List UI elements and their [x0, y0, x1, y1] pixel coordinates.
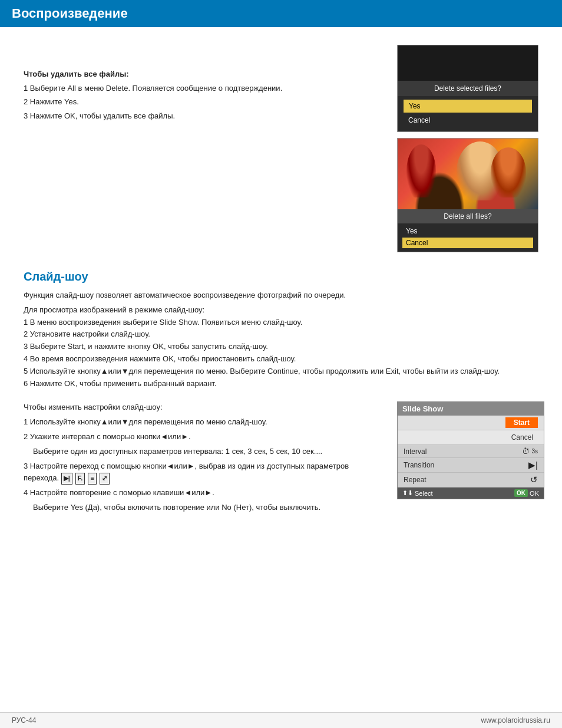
slideshow-step-2: 2 Установите настройки слайд-шоу. [24, 328, 544, 341]
footer-website: www.polaroidrussia.ru [481, 716, 550, 724]
delete-step-2: 2 Нажмите Yes. [24, 96, 385, 108]
delete-text: Чтобы удалить все файлы: 1 Выберите All … [24, 45, 385, 252]
interval-label: Interval [404, 447, 427, 456]
slideshow-steps-intro: Для просмотра изображений в режиме слайд… [24, 304, 544, 317]
slideshow-menu: Slide Show Start Cancel Interval ⏱ [397, 401, 544, 499]
slideshow-step-1: 1 В меню воспроизведения выберите Slide … [24, 317, 544, 329]
footer-select: ⬆⬇ Select [402, 489, 433, 497]
menu-footer: ⬆⬇ Select OK OK [398, 487, 544, 499]
transition-icon: ▶| [528, 460, 538, 470]
menu-start-row: Start [398, 416, 544, 430]
slideshow-widget: Slide Show Start Cancel Interval ⏱ [397, 401, 544, 516]
slideshow-settings-text: Чтобы изменить настройки слайд-шоу: 1 Ис… [24, 401, 385, 516]
slideshow-step-4: 4 Во время воспроизведения нажмите OK, ч… [24, 353, 544, 365]
slideshow-title: Слайд-шоу [24, 270, 544, 284]
dialog-yes-btn-2[interactable]: Yes [402, 226, 533, 236]
transition-value: ▶| [528, 460, 538, 470]
ok-badge: OK [514, 489, 528, 497]
ok-label: OK [530, 490, 539, 497]
repeat-icon: ↺ [530, 475, 538, 485]
footer-page-number: РУС-44 [12, 716, 36, 724]
dialog-black-area [398, 45, 538, 81]
slideshow-intro: Функция слайд-шоу позволяет автоматическ… [24, 289, 544, 302]
delete-section: Чтобы удалить все файлы: 1 Выберите All … [24, 45, 544, 252]
select-arrows-icon: ⬆⬇ [402, 489, 413, 497]
dialog-buttons-1: Yes Cancel [398, 96, 538, 131]
repeat-label: Repeat [404, 476, 427, 484]
slideshow-step-3: 3 Выберите Start, и нажмите кнопку OK, ч… [24, 341, 544, 353]
menu-repeat-row: Repeat ↺ [398, 473, 544, 487]
slideshow-step-5: 5 Используйте кнопку▲или▼для перемещения… [24, 365, 544, 378]
settings-step-2b: Выберите один из доступных параметров ин… [24, 446, 385, 458]
dialog-cancel-btn-2[interactable]: Cancel [402, 238, 533, 248]
page-header: Воспроизведение [0, 0, 562, 27]
interval-icon: ⏱ [522, 447, 530, 456]
menu-interval-row: Interval ⏱ 3s [398, 445, 544, 458]
menu-cancel-row: Cancel [398, 430, 544, 445]
dialog-message-2: Delete all files? [398, 209, 538, 223]
delete-heading: Чтобы удалить все файлы: [24, 68, 385, 80]
menu-transition-row: Transition ▶| [398, 458, 544, 473]
dialog-message-1: Delete selected files? [398, 81, 538, 96]
delete-step-1: 1 Выберите All в меню Delete. Появляется… [24, 83, 385, 94]
slideshow-section: Слайд-шоу Функция слайд-шоу позволяет ав… [24, 270, 544, 516]
repeat-value: ↺ [530, 475, 538, 485]
delete-images: Delete selected files? Yes Cancel Delete… [397, 45, 544, 252]
interval-time: 3s [531, 448, 538, 454]
dialog-cancel-btn-1[interactable]: Cancel [404, 114, 532, 126]
dialog-all-files: Delete all files? Yes Cancel [397, 138, 538, 252]
slideshow-step-6: 6 Нажмите OK, чтобы применить выбранный … [24, 378, 544, 390]
page-footer: РУС-44 www.polaroidrussia.ru [0, 712, 562, 728]
dialog-yes-btn-1[interactable]: Yes [404, 100, 532, 113]
settings-step-1: 1 Используйте кнопку▲или▼для перемещения… [24, 416, 385, 429]
slideshow-settings-content: Чтобы изменить настройки слайд-шоу: 1 Ис… [24, 401, 544, 516]
start-button[interactable]: Start [505, 417, 538, 428]
settings-step-3: 3 Настройте переход с помощью кнопки◄или… [24, 460, 385, 485]
settings-step-4: 4 Настройте повторение с поморью клавиши… [24, 487, 385, 499]
footer-ok: OK OK [514, 489, 539, 497]
photo-background [398, 139, 538, 209]
dialog-selected-files: Delete selected files? Yes Cancel [397, 45, 538, 132]
settings-heading: Чтобы изменить настройки слайд-шоу: [24, 401, 385, 414]
select-label: Select [415, 490, 433, 497]
cancel-label: Cancel [507, 432, 538, 443]
main-content: Чтобы удалить все файлы: 1 Выберите All … [0, 27, 562, 528]
transition-label: Transition [404, 461, 434, 469]
settings-step-2: 2 Укажите интервал с поморью кнопки◄или►… [24, 431, 385, 443]
interval-value: ⏱ 3s [522, 447, 538, 456]
delete-step-3: 3 Нажмите OK, чтобы удалить все файлы. [24, 110, 385, 122]
page-title: Воспроизведение [12, 6, 550, 21]
settings-step-4b: Выберите Yes (Да), чтобы включить повтор… [24, 502, 385, 514]
menu-title: Slide Show [398, 402, 544, 416]
dialog-buttons-2: Yes Cancel [398, 223, 538, 252]
